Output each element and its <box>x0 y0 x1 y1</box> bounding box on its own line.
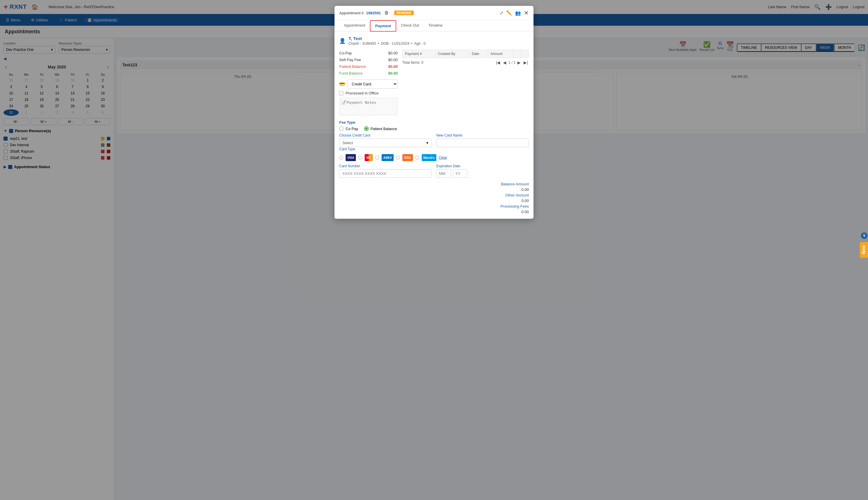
fee-type-radio-group: Co Pay Patient Balance <box>339 126 529 131</box>
copay-value: $0.00 <box>388 51 398 55</box>
page-num: 1 <box>508 60 510 65</box>
mc-radio[interactable] <box>358 156 362 160</box>
card-number-label: Card Number <box>339 164 432 168</box>
mastercard-logo: MC <box>365 154 373 161</box>
patient-meta: Chart# - 3198493 • DOB - 11/01/2019 • Ag… <box>348 42 425 46</box>
processed-in-office-checkbox[interactable] <box>339 91 343 95</box>
payment-method-row: 💳 Credit Card Cash Check <box>339 80 398 89</box>
patient-balance-radio-circle <box>364 126 369 131</box>
processing-fees-row: Processing Fees <box>500 204 529 208</box>
chart-num: Chart# - 3198493 <box>348 42 376 46</box>
payment-notes-container: 📝 <box>339 98 398 116</box>
fund-balance-label: Fund Balance <box>339 71 363 76</box>
expiration-date-group: Expiration Date <box>436 164 529 178</box>
copay-label: Co-Pay <box>339 51 352 55</box>
processing-fees-value: 0.00 <box>511 209 529 214</box>
close-icon[interactable]: ✕ <box>524 9 529 16</box>
fee-type-section: Fee Type Co Pay Patient Balance <box>339 120 529 131</box>
choose-credit-card-select[interactable]: Select ▾ <box>339 139 432 147</box>
age: Age - 0 <box>414 42 426 46</box>
col5-header <box>514 50 521 58</box>
copay-radio-circle <box>339 126 344 131</box>
tab-appointment[interactable]: Appointment <box>339 20 370 31</box>
next-page-btn[interactable]: ▶ <box>516 60 522 65</box>
card-number-input[interactable] <box>339 169 432 178</box>
help-label: Help <box>861 246 866 254</box>
table-footer: Total Items: 0 |◀ ◀ 1 / 1 ▶ ▶| <box>402 60 529 65</box>
modal-action-icons: ⤢ ✏️ 👥 ✕ <box>500 9 529 16</box>
help-badge: 5 <box>861 232 867 239</box>
modal-body: 👤 T, Test Chart# - 3198493 • DOB - 11/01… <box>334 31 534 219</box>
payment-modal: Appointment # 1982591 🗑 PENDING ⤢ ✏️ 👥 ✕… <box>334 6 534 219</box>
amex-radio[interactable] <box>375 156 379 160</box>
exp-year-input[interactable] <box>453 169 467 178</box>
card-number-section: Card Number Expiration Date <box>339 164 529 178</box>
help-button[interactable]: Help <box>860 242 868 258</box>
payment-content: Co-Pay $0.00 Self Pay Fee $0.00 Patient … <box>339 50 529 116</box>
choose-credit-card-label: Choose Credit Card <box>339 133 432 137</box>
processed-in-office-label: Processed in Office <box>346 91 378 95</box>
users-icon[interactable]: 👥 <box>515 10 521 16</box>
amounts-section: Balance Amount 0.00 Other Amount 0.00 Pr… <box>339 182 529 214</box>
patient-avatar-icon: 👤 <box>339 38 346 44</box>
expiration-date-label: Expiration Date <box>436 164 529 168</box>
total-items: Total Items: 0 <box>402 60 423 65</box>
visa-radio[interactable] <box>339 156 343 160</box>
patient-balance-label: Patient Balance <box>339 64 366 69</box>
table-navigation: |◀ ◀ 1 / 1 ▶ ▶| <box>495 60 529 65</box>
delete-icon[interactable]: 🗑 <box>384 10 389 15</box>
payment-right-column: Payment # Created By Date Amount <box>402 50 529 116</box>
patient-info: 👤 T, Test Chart# - 3198493 • DOB - 11/01… <box>339 36 529 46</box>
patient-name: T, Test <box>348 36 425 41</box>
first-page-btn[interactable]: |◀ <box>495 60 501 65</box>
modal-tabs: Appointment Payment Check Out Timeline <box>334 20 534 31</box>
exp-month-input[interactable] <box>436 169 451 178</box>
tab-timeline[interactable]: Timeline <box>424 20 447 31</box>
balance-amount-value-row: 0.00 <box>511 188 529 192</box>
clear-card-type-link[interactable]: Clear <box>439 156 447 160</box>
new-card-name-input[interactable] <box>436 139 529 147</box>
discover-radio[interactable] <box>396 156 400 160</box>
processed-in-office-row: Processed in Office <box>339 91 398 95</box>
patient-balance-radio-item[interactable]: Patient Balance <box>364 126 397 131</box>
card-type-section: Card Type VISA MC AMEX DISC Maestro Clea… <box>339 147 529 161</box>
col6-header <box>521 50 529 58</box>
prev-page-btn[interactable]: ◀ <box>502 60 507 65</box>
last-page-btn[interactable]: ▶| <box>523 60 529 65</box>
maestro-radio[interactable] <box>415 156 419 160</box>
selfpay-value: $0.00 <box>388 58 398 62</box>
fund-balance-row: Fund Balance $0.00 <box>339 70 398 77</box>
select-placeholder: Select <box>342 141 426 145</box>
created-by-header: Created By <box>435 50 469 58</box>
payment-notes-textarea[interactable] <box>339 98 398 115</box>
date-header: Date <box>469 50 488 58</box>
choose-credit-card-col: Choose Credit Card Select ▾ <box>339 133 432 147</box>
balance-amount-label: Balance Amount <box>501 182 529 186</box>
payment-left-column: Co-Pay $0.00 Self Pay Fee $0.00 Patient … <box>339 50 398 116</box>
appointment-status-badge: PENDING <box>394 11 413 15</box>
selfpay-row: Self Pay Fee $0.00 <box>339 56 398 63</box>
copay-radio-item[interactable]: Co Pay <box>339 126 358 131</box>
dob: DOB - 11/01/2019 <box>381 42 409 46</box>
page-total: / 1 <box>512 60 515 65</box>
balance-amount-row: Balance Amount <box>501 182 529 186</box>
tab-checkout[interactable]: Check Out <box>396 20 423 31</box>
modal-overlay: Appointment # 1982591 🗑 PENDING ⤢ ✏️ 👥 ✕… <box>0 0 868 500</box>
chevron-down-icon: ▾ <box>426 141 429 145</box>
tab-payment[interactable]: Payment <box>370 20 396 32</box>
discover-logo: DISC <box>402 154 413 161</box>
patient-balance-radio-label: Patient Balance <box>370 127 397 131</box>
selfpay-label: Self Pay Fee <box>339 58 361 62</box>
credit-card-icon: 💳 <box>339 81 345 87</box>
resize-icon[interactable]: ⤢ <box>500 10 503 16</box>
appointment-number: 1982591 <box>366 11 381 15</box>
patient-balance-row: Patient Balance $0.00 <box>339 63 398 70</box>
payment-method-select[interactable]: Credit Card Cash Check <box>347 80 398 89</box>
payment-num-header: Payment # <box>403 50 435 58</box>
balance-amount-value: 0.00 <box>511 188 529 192</box>
card-type-label: Card Type <box>339 147 529 151</box>
maestro-logo: Maestro <box>422 154 436 161</box>
edit-icon[interactable]: ✏️ <box>506 10 512 16</box>
other-amount-label: Other Amount <box>505 193 529 197</box>
other-amount-value-row: 0.00 <box>511 198 529 203</box>
